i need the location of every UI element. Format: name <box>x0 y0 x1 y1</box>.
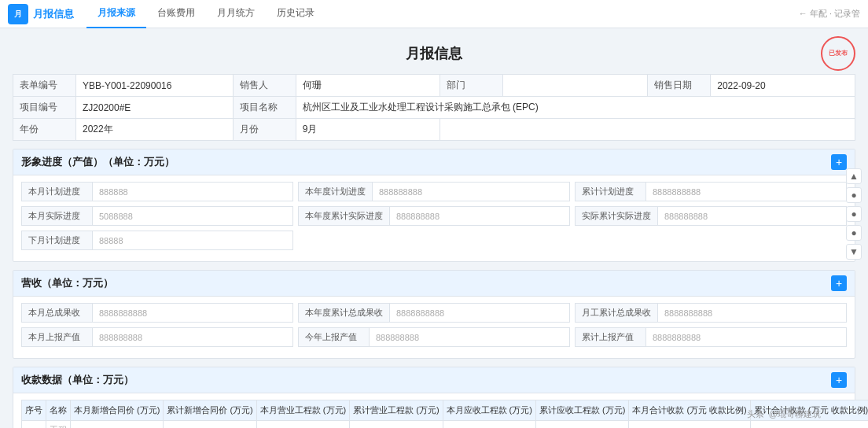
table-row: 1 工程建设 0 88888888 88 88888888 88 8888888… <box>22 421 869 429</box>
label-project-name: 项目名称 <box>233 97 296 119</box>
scroll-down-btn[interactable]: ▼ <box>846 244 862 260</box>
value-project-num: ZJ20200#E <box>76 97 234 119</box>
collection-table: 序号 名称 本月新增合同价 (万元) 累计新增合同价 (万元) 本月营业工程款 … <box>21 400 868 428</box>
label-year: 年份 <box>13 119 76 141</box>
col-revenue-monthly: 本月营业工程款 (万元) <box>256 400 349 421</box>
field-next-month-plan: 下月计划进度 88888 <box>21 231 293 250</box>
label-form-num: 表单编号 <box>13 75 76 97</box>
col-name: 名称 <box>46 400 71 421</box>
label-monthly-plan: 本月计划进度 <box>22 183 93 201</box>
col-revenue-cumul: 累计营业工程款 (万元) <box>350 400 443 421</box>
logo-icon: 月 <box>8 4 28 24</box>
field-yearly-actual: 本年度累计实际进度 888888888 <box>298 206 570 226</box>
section-revenue-body: 本月总成果收 8888888888 本年度累计总成果收 8888888888 月… <box>13 297 855 358</box>
label-next-month-plan: 下月计划进度 <box>22 231 93 249</box>
field-monthly-total-rev: 本月总成果收 8888888888 <box>21 303 293 323</box>
label-month: 月份 <box>233 119 296 141</box>
value-dept <box>503 75 648 97</box>
label-monthly-total-rev: 本月总成果收 <box>22 304 93 322</box>
scroll-btn-2[interactable]: ● <box>846 206 862 222</box>
progress-row-2: 本月实际进度 5088888 本年度累计实际进度 888888888 实际累计实… <box>21 206 847 226</box>
section-progress: 形象进度（产值）（单位：万元） + 本月计划进度 888888 本年度计划进度 … <box>13 149 855 262</box>
label-yearly-actual: 本年度累计实际进度 <box>299 207 390 225</box>
col-total-monthly: 本月合计收款 (万元 收款比例) <box>629 400 750 421</box>
val-cumul-reported: 8888888888 <box>646 330 846 345</box>
cell-v2: 88888888 <box>164 421 256 429</box>
scroll-btn-3[interactable]: ● <box>846 225 862 241</box>
val-worker-total-rev: 8888888888 <box>658 305 846 321</box>
value-sale-date: 2022-09-20 <box>711 75 855 97</box>
value-year: 2022年 <box>76 119 234 141</box>
val-monthly-total-rev: 8888888888 <box>93 305 292 321</box>
label-cumul-reported: 累计上报产值 <box>576 328 646 346</box>
app-logo: 月 月报信息 <box>8 4 74 24</box>
field-cumul-plan: 累计计划进度 8888888888 <box>575 182 847 201</box>
field-yearly-plan: 本年度计划进度 888888888 <box>298 182 570 201</box>
section-collection: 收款数据（单位：万元） + 序号 名称 本月新增合同价 (万元) 累计新增合同价… <box>13 367 855 428</box>
section-progress-body: 本月计划进度 888888 本年度计划进度 888888888 累计计划进度 8… <box>13 175 855 261</box>
nav-item-history[interactable]: 历史记录 <box>266 0 326 28</box>
section-collection-body: 序号 名称 本月新增合同价 (万元) 累计新增合同价 (万元) 本月营业工程款 … <box>13 393 855 428</box>
page-title: 月报信息 <box>13 44 855 63</box>
section-revenue-add-btn[interactable]: + <box>831 275 847 291</box>
label-cumul-plan: 累计计划进度 <box>576 183 646 201</box>
cell-idx: 1 <box>22 421 46 429</box>
cell-v8: 88888888 <box>750 421 868 429</box>
val-cumul-plan: 8888888888 <box>646 184 846 200</box>
progress-row-1: 本月计划进度 888888 本年度计划进度 888888888 累计计划进度 8… <box>21 182 847 201</box>
val-cumul-actual: 888888888 <box>658 208 846 224</box>
top-nav: 月报来源 台账费用 月月统方 历史记录 <box>86 0 326 28</box>
progress-row-3: 下月计划进度 88888 <box>21 231 847 250</box>
label-project-num: 项目编号 <box>13 97 76 119</box>
label-worker-total-rev: 月工累计总成果收 <box>576 304 658 322</box>
watermark: 头条 @琨哥聊建筑 <box>747 408 821 420</box>
section-collection-header: 收款数据（单位：万元） + <box>13 367 855 393</box>
scroll-up-btn[interactable]: ▲ <box>846 168 862 184</box>
val-yearly-reported: 888888888 <box>370 330 569 345</box>
section-collection-title: 收款数据（单位：万元） <box>21 373 134 387</box>
published-stamp: 已发布 <box>821 36 855 71</box>
top-bar-right-text: ← 年配 · 记录管 <box>799 8 860 20</box>
value-form-num: YBB-Y001-22090016 <box>76 75 234 97</box>
col-receivable-monthly: 本月应收工程款 (万元) <box>443 400 535 421</box>
cell-v3: 88 <box>256 421 349 429</box>
nav-item-ledger[interactable]: 台账费用 <box>146 0 206 28</box>
val-monthly-actual: 5088888 <box>93 208 292 224</box>
cell-v1: 0 <box>71 421 164 429</box>
col-idx: 序号 <box>22 400 46 421</box>
cell-v4: 88888888 <box>350 421 443 429</box>
field-monthly-plan: 本月计划进度 888888 <box>21 182 293 201</box>
cell-v5: 88 <box>443 421 535 429</box>
cell-name: 工程建设 <box>46 421 71 429</box>
main-content: 月报信息 已发布 表单编号 YBB-Y001-22090016 销售人 何珊 部… <box>0 28 868 428</box>
value-month: 9月 <box>296 119 440 141</box>
top-bar-right: ← 年配 · 记录管 <box>799 8 860 20</box>
collection-table-header: 序号 名称 本月新增合同价 (万元) 累计新增合同价 (万元) 本月营业工程款 … <box>22 400 869 421</box>
scroll-btn-1[interactable]: ● <box>846 187 862 203</box>
col-receivable-cumul: 累计应收工程款 (万元) <box>535 400 628 421</box>
section-collection-add-btn[interactable]: + <box>831 372 847 388</box>
cell-v6: 88888888 <box>535 421 628 429</box>
col-new-contract-cumul: 累计新增合同价 (万元) <box>164 400 256 421</box>
section-revenue: 营收（单位：万元） + 本月总成果收 8888888888 本年度累计总成果收 … <box>13 270 855 359</box>
col-new-contract-monthly: 本月新增合同价 (万元) <box>71 400 164 421</box>
page-title-bar: 月报信息 已发布 <box>13 44 855 63</box>
nav-item-monthly-stats[interactable]: 月月统方 <box>206 0 266 28</box>
section-progress-header: 形象进度（产值）（单位：万元） + <box>13 149 855 175</box>
nav-item-monthly[interactable]: 月报来源 <box>86 0 146 28</box>
label-sale-date: 销售日期 <box>648 75 711 97</box>
label-yearly-total-rev: 本年度累计总成果收 <box>299 304 390 322</box>
watermark-label: 头条 <box>747 408 764 420</box>
val-monthly-reported: 888888888 <box>93 330 292 345</box>
info-row-1: 表单编号 YBB-Y001-22090016 销售人 何珊 部门 销售日期 20… <box>13 75 855 97</box>
revenue-row-2: 本月上报产值 888888888 今年上报产值 888888888 累计上报产值… <box>21 327 847 347</box>
field-monthly-actual: 本月实际进度 5088888 <box>21 206 293 226</box>
label-monthly-reported: 本月上报产值 <box>22 328 93 346</box>
field-cumul-reported: 累计上报产值 8888888888 <box>575 327 847 347</box>
label-salesperson: 销售人 <box>233 75 296 97</box>
info-table: 表单编号 YBB-Y001-22090016 销售人 何珊 部门 销售日期 20… <box>13 74 855 141</box>
label-monthly-actual: 本月实际进度 <box>22 207 93 225</box>
field-cumul-actual: 实际累计实际进度 888888888 <box>575 206 847 226</box>
section-progress-add-btn[interactable]: + <box>831 154 847 170</box>
value-salesperson: 何珊 <box>296 75 440 97</box>
